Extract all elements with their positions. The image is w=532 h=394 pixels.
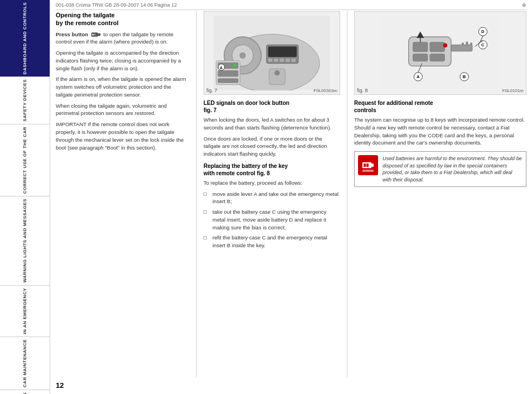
- led-text1: When locking the doors, led A switches o…: [204, 116, 340, 132]
- request-title: Request for additional remote controls: [354, 99, 526, 114]
- svg-rect-12: [274, 59, 278, 62]
- svg-rect-51: [371, 164, 374, 167]
- para3: If the alarm is on, when the tailgate is…: [56, 75, 190, 98]
- doc-header: 001-038 Croma TRW GB 28-09-2007 14:06 Pa…: [56, 2, 526, 10]
- col-left: Opening the tailgate by the remote contr…: [56, 11, 190, 377]
- svg-rect-21: [217, 79, 238, 84]
- sidebar-item-emergency[interactable]: IN AN EMERGENCY: [0, 286, 50, 337]
- sidebar-item-dashboard[interactable]: DASHBOARD AND CONTROLS: [0, 0, 50, 77]
- svg-rect-35: [470, 43, 472, 45]
- svg-point-31: [443, 44, 447, 48]
- svg-rect-32: [451, 45, 472, 51]
- doc-header-text: 001-038 Croma TRW GB 28-09-2007 14:06 Pa…: [56, 2, 177, 8]
- sidebar-item-car-maintenance[interactable]: CAR MAINTENANCE: [0, 337, 50, 390]
- svg-point-2: [92, 34, 94, 36]
- para2: Opening the tailgate is accompanied by t…: [56, 49, 190, 72]
- sidebar-item-technical[interactable]: TECHNICAL SPECIFICATIONS: [0, 390, 50, 394]
- svg-rect-1: [98, 33, 100, 36]
- figure-7-container: A fig. 7 F0L00303m: [204, 11, 340, 95]
- divider-2: [347, 11, 347, 377]
- warning-icon: [358, 155, 378, 175]
- svg-rect-20: [217, 70, 238, 76]
- svg-rect-10: [268, 47, 297, 57]
- warning-text: Used batteries are harmful to the enviro…: [383, 155, 523, 183]
- svg-rect-11: [268, 59, 273, 62]
- svg-rect-34: [466, 42, 468, 45]
- columns: Opening the tailgate by the remote contr…: [56, 11, 526, 377]
- svg-rect-15: [292, 59, 296, 62]
- svg-text:A: A: [220, 66, 223, 70]
- svg-text:D: D: [481, 30, 485, 35]
- fig7-label: fig. 7: [206, 88, 217, 93]
- figure-8: A B C D: [354, 11, 526, 95]
- svg-rect-33: [462, 43, 464, 45]
- figure-8-container: A B C D: [354, 11, 526, 95]
- svg-rect-53: [366, 164, 369, 167]
- svg-rect-27: [413, 42, 428, 52]
- fig8-code: F0L0101m: [502, 88, 524, 93]
- warning-box: Used batteries are harmful to the enviro…: [354, 151, 526, 187]
- svg-rect-14: [286, 59, 290, 62]
- page-number: 12: [56, 381, 64, 390]
- request-text: The system can recognise up to 8 keys wi…: [354, 116, 526, 147]
- replacing-title: Replacing the battery of the key with re…: [204, 162, 340, 177]
- key-svg: A B C D: [359, 16, 522, 90]
- svg-rect-3: [94, 34, 95, 36]
- replacing-intro: To replace the battery, proceed as follo…: [204, 179, 340, 187]
- divider-1: [196, 11, 197, 377]
- svg-point-17: [274, 70, 280, 76]
- content-area: Opening the tailgate by the remote contr…: [56, 11, 526, 377]
- svg-point-8: [239, 52, 245, 59]
- bullet-list: move aside lever A and take out the emer…: [204, 190, 340, 249]
- sidebar-item-safety[interactable]: SAFETY DEVICES: [0, 77, 50, 124]
- doc-header-cross: ⊕: [522, 2, 526, 8]
- list-item: refit the battery case C and the emergen…: [204, 234, 340, 249]
- car-interior-svg: A: [207, 16, 336, 90]
- led-title: LED signals on door lock button fig. 7: [204, 99, 340, 114]
- fig7-code: F0L00303m: [313, 88, 337, 93]
- svg-rect-52: [364, 164, 366, 167]
- figure-7: A fig. 7 F0L00303m: [204, 11, 340, 95]
- list-item: take out the battery case C using the em…: [204, 208, 340, 231]
- press-button-para: Press button to open the tailgate by rem…: [56, 31, 190, 46]
- key-remote-icon: [91, 31, 101, 38]
- led-text2: Once doors are locked, if one or more do…: [204, 135, 340, 158]
- svg-rect-29: [413, 54, 428, 61]
- sidebar: DASHBOARD AND CONTROLS SAFETY DEVICES CO…: [0, 0, 50, 394]
- svg-point-24: [233, 64, 236, 68]
- svg-text:C: C: [481, 43, 485, 48]
- svg-rect-13: [280, 59, 284, 62]
- list-item: move aside lever A and take out the emer…: [204, 190, 340, 206]
- svg-text:B: B: [462, 75, 466, 80]
- col-right: A B C D: [354, 11, 526, 377]
- left-title: Opening the tailgate by the remote contr…: [56, 11, 190, 27]
- para5: IMPORTANT If the remote control does not…: [56, 121, 190, 151]
- svg-rect-30: [429, 54, 444, 61]
- col-middle: A fig. 7 F0L00303m LED signals on door l…: [204, 11, 340, 377]
- main-content: 001-038 Croma TRW GB 28-09-2007 14:06 Pa…: [50, 0, 532, 394]
- para4: When closing the tailgate again, volumet…: [56, 102, 190, 118]
- sidebar-item-correct-use[interactable]: CORRECT USE OF THE CAR: [0, 124, 50, 196]
- svg-text:A: A: [417, 75, 420, 80]
- sidebar-item-warning[interactable]: WARNING LIGHTS AND MESSAGES: [0, 196, 50, 286]
- svg-rect-28: [429, 42, 444, 52]
- fig8-label: fig. 8: [357, 88, 368, 93]
- battery-warning-svg: [360, 157, 376, 174]
